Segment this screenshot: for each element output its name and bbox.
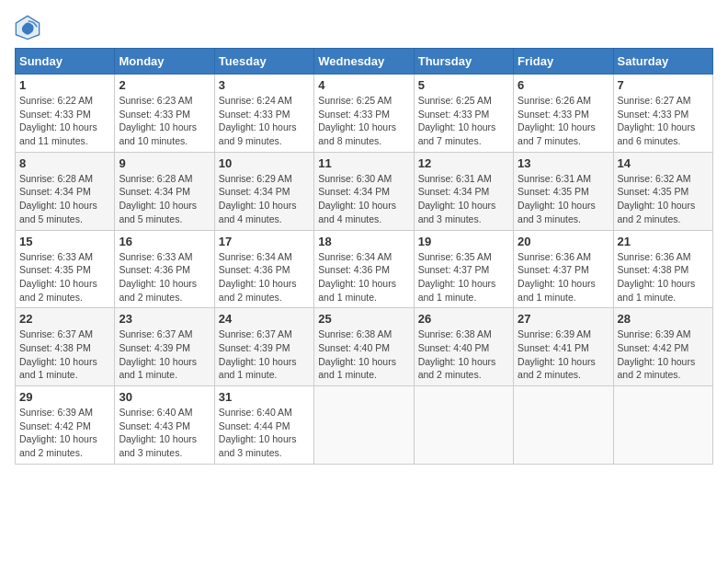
calendar-day-cell: 28Sunrise: 6:39 AMSunset: 4:42 PMDayligh… [613,308,712,386]
weekday-header: Thursday [414,49,513,75]
calendar-day-cell [613,386,712,465]
day-number: 19 [418,235,509,248]
calendar-day-cell: 22Sunrise: 6:37 AMSunset: 4:38 PMDayligh… [16,308,115,386]
calendar-day-cell: 12Sunrise: 6:31 AMSunset: 4:34 PMDayligh… [414,152,513,230]
calendar-day-cell: 29Sunrise: 6:39 AMSunset: 4:42 PMDayligh… [16,386,115,465]
day-number: 29 [19,390,110,404]
day-info: Sunrise: 6:31 AMSunset: 4:35 PMDaylight:… [518,172,609,226]
calendar-day-cell: 8Sunrise: 6:28 AMSunset: 4:34 PMDaylight… [16,152,115,230]
calendar-day-cell: 18Sunrise: 6:34 AMSunset: 4:36 PMDayligh… [314,230,414,308]
day-info: Sunrise: 6:37 AMSunset: 4:38 PMDaylight:… [19,327,110,382]
day-number: 17 [219,235,310,248]
day-number: 6 [518,78,609,92]
weekday-header: Tuesday [214,49,313,75]
calendar-day-cell: 1Sunrise: 6:22 AMSunset: 4:33 PMDaylight… [16,75,115,153]
calendar-day-cell: 11Sunrise: 6:30 AMSunset: 4:34 PMDayligh… [314,152,414,230]
day-info: Sunrise: 6:28 AMSunset: 4:34 PMDaylight:… [19,172,110,226]
calendar-day-cell [414,386,513,465]
calendar-day-cell: 2Sunrise: 6:23 AMSunset: 4:33 PMDaylight… [115,75,214,153]
day-number: 25 [318,312,409,326]
day-info: Sunrise: 6:33 AMSunset: 4:36 PMDaylight:… [119,250,210,304]
calendar-day-cell: 21Sunrise: 6:36 AMSunset: 4:38 PMDayligh… [613,230,712,308]
calendar-week-row: 15Sunrise: 6:33 AMSunset: 4:35 PMDayligh… [16,230,713,308]
calendar-day-cell: 31Sunrise: 6:40 AMSunset: 4:44 PMDayligh… [214,386,313,465]
weekday-header: Sunday [16,49,115,75]
day-info: Sunrise: 6:28 AMSunset: 4:34 PMDaylight:… [119,172,210,226]
day-number: 31 [219,390,310,404]
calendar-week-row: 1Sunrise: 6:22 AMSunset: 4:33 PMDaylight… [16,75,713,153]
calendar-day-cell: 30Sunrise: 6:40 AMSunset: 4:43 PMDayligh… [115,386,214,465]
day-info: Sunrise: 6:35 AMSunset: 4:37 PMDaylight:… [418,250,509,304]
day-number: 10 [219,156,310,170]
weekday-header: Wednesday [314,49,414,75]
day-number: 20 [518,235,609,248]
calendar-day-cell: 17Sunrise: 6:34 AMSunset: 4:36 PMDayligh… [214,230,313,308]
day-number: 26 [418,312,509,326]
calendar-day-cell: 5Sunrise: 6:25 AMSunset: 4:33 PMDaylight… [414,75,513,153]
day-info: Sunrise: 6:37 AMSunset: 4:39 PMDaylight:… [219,327,310,382]
calendar-day-cell [314,386,414,465]
day-info: Sunrise: 6:39 AMSunset: 4:41 PMDaylight:… [518,327,609,382]
calendar-day-cell: 4Sunrise: 6:25 AMSunset: 4:33 PMDaylight… [314,75,414,153]
day-info: Sunrise: 6:34 AMSunset: 4:36 PMDaylight:… [219,250,310,304]
day-info: Sunrise: 6:30 AMSunset: 4:34 PMDaylight:… [318,172,409,226]
weekday-header: Monday [115,49,214,75]
calendar-day-cell: 23Sunrise: 6:37 AMSunset: 4:39 PMDayligh… [115,308,214,386]
calendar-day-cell: 26Sunrise: 6:38 AMSunset: 4:40 PMDayligh… [414,308,513,386]
calendar-day-cell: 24Sunrise: 6:37 AMSunset: 4:39 PMDayligh… [214,308,313,386]
day-info: Sunrise: 6:25 AMSunset: 4:33 PMDaylight:… [318,94,409,148]
calendar-day-cell [514,386,613,465]
day-info: Sunrise: 6:22 AMSunset: 4:33 PMDaylight:… [19,94,110,148]
day-number: 21 [618,235,709,248]
day-info: Sunrise: 6:40 AMSunset: 4:43 PMDaylight:… [119,406,210,460]
day-number: 18 [318,235,409,248]
calendar-week-row: 8Sunrise: 6:28 AMSunset: 4:34 PMDaylight… [16,152,713,230]
logo [15,15,44,40]
calendar-day-cell: 15Sunrise: 6:33 AMSunset: 4:35 PMDayligh… [16,230,115,308]
day-info: Sunrise: 6:36 AMSunset: 4:37 PMDaylight:… [518,250,609,304]
day-info: Sunrise: 6:29 AMSunset: 4:34 PMDaylight:… [219,172,310,226]
calendar-day-cell: 27Sunrise: 6:39 AMSunset: 4:41 PMDayligh… [514,308,613,386]
day-info: Sunrise: 6:27 AMSunset: 4:33 PMDaylight:… [618,94,709,148]
day-info: Sunrise: 6:38 AMSunset: 4:40 PMDaylight:… [418,327,509,382]
day-number: 13 [518,156,609,170]
day-number: 1 [19,78,110,92]
day-info: Sunrise: 6:23 AMSunset: 4:33 PMDaylight:… [119,94,210,148]
day-info: Sunrise: 6:40 AMSunset: 4:44 PMDaylight:… [219,406,310,460]
calendar-day-cell: 20Sunrise: 6:36 AMSunset: 4:37 PMDayligh… [514,230,613,308]
calendar-day-cell: 9Sunrise: 6:28 AMSunset: 4:34 PMDaylight… [115,152,214,230]
day-number: 3 [219,78,310,92]
weekday-header: Friday [514,49,613,75]
day-info: Sunrise: 6:37 AMSunset: 4:39 PMDaylight:… [119,327,210,382]
calendar-week-row: 22Sunrise: 6:37 AMSunset: 4:38 PMDayligh… [16,308,713,386]
day-info: Sunrise: 6:26 AMSunset: 4:33 PMDaylight:… [518,94,609,148]
calendar-day-cell: 7Sunrise: 6:27 AMSunset: 4:33 PMDaylight… [613,75,712,153]
day-info: Sunrise: 6:39 AMSunset: 4:42 PMDaylight:… [618,327,709,382]
calendar-day-cell: 19Sunrise: 6:35 AMSunset: 4:37 PMDayligh… [414,230,513,308]
day-info: Sunrise: 6:25 AMSunset: 4:33 PMDaylight:… [418,94,509,148]
calendar-day-cell: 13Sunrise: 6:31 AMSunset: 4:35 PMDayligh… [514,152,613,230]
day-number: 11 [318,156,409,170]
day-number: 30 [119,390,210,404]
day-number: 8 [19,156,110,170]
day-number: 4 [318,78,409,92]
day-number: 9 [119,156,210,170]
day-number: 22 [19,312,110,326]
calendar-day-cell: 10Sunrise: 6:29 AMSunset: 4:34 PMDayligh… [214,152,313,230]
day-info: Sunrise: 6:31 AMSunset: 4:34 PMDaylight:… [418,172,509,226]
weekday-header: Saturday [613,49,712,75]
calendar-day-cell: 25Sunrise: 6:38 AMSunset: 4:40 PMDayligh… [314,308,414,386]
day-info: Sunrise: 6:34 AMSunset: 4:36 PMDaylight:… [318,250,409,304]
day-info: Sunrise: 6:32 AMSunset: 4:35 PMDaylight:… [618,172,709,226]
day-number: 7 [618,78,709,92]
day-number: 12 [418,156,509,170]
calendar-table: SundayMondayTuesdayWednesdayThursdayFrid… [15,48,713,465]
day-number: 28 [618,312,709,326]
calendar-day-cell: 14Sunrise: 6:32 AMSunset: 4:35 PMDayligh… [613,152,712,230]
day-info: Sunrise: 6:39 AMSunset: 4:42 PMDaylight:… [19,406,110,460]
calendar-day-cell: 16Sunrise: 6:33 AMSunset: 4:36 PMDayligh… [115,230,214,308]
day-info: Sunrise: 6:38 AMSunset: 4:40 PMDaylight:… [318,327,409,382]
day-info: Sunrise: 6:36 AMSunset: 4:38 PMDaylight:… [618,250,709,304]
day-number: 5 [418,78,509,92]
day-number: 16 [119,235,210,248]
